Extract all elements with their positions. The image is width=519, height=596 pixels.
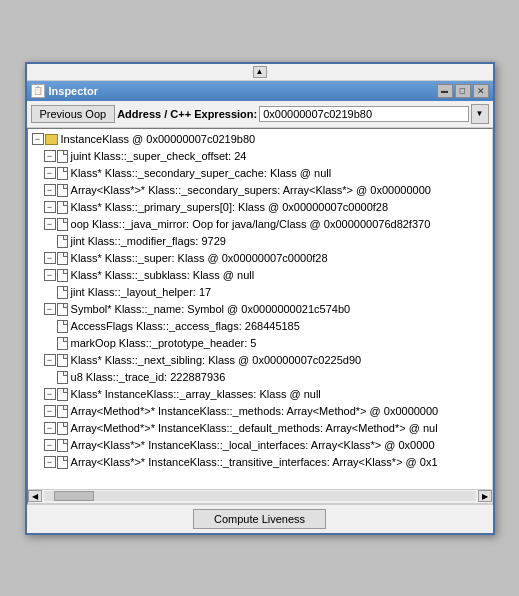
- inspector-icon: 📋: [31, 84, 45, 98]
- expand-icon[interactable]: −: [44, 269, 56, 281]
- item-text: Array<Klass*>* InstanceKlass::_transitiv…: [71, 455, 438, 470]
- expand-icon[interactable]: −: [44, 303, 56, 315]
- file-icon: [57, 388, 68, 401]
- list-item[interactable]: − Klass* Klass::_super: Klass @ 0x000000…: [28, 250, 492, 267]
- file-icon: [57, 439, 68, 452]
- file-icon: [57, 167, 68, 180]
- item-text: oop Klass::_java_mirror: Oop for java/la…: [71, 217, 431, 232]
- address-input[interactable]: [259, 106, 468, 122]
- list-item[interactable]: − Array<Klass*>* InstanceKlass::_transit…: [28, 454, 492, 471]
- file-icon: [57, 252, 68, 265]
- list-item[interactable]: − Klass* Klass::_subklass: Klass @ null: [28, 267, 492, 284]
- inspector-window: ▲ 📋 Inspector ▬ ◻ ✕ Previous Oop Address…: [25, 62, 495, 535]
- list-item[interactable]: AccessFlags Klass::_access_flags: 268445…: [28, 318, 492, 335]
- scroll-right-btn[interactable]: ▶: [478, 490, 492, 502]
- footer: Compute Liveness: [27, 504, 493, 533]
- title-bar-controls: ▬ ◻ ✕: [437, 84, 489, 98]
- scroll-track-h[interactable]: [44, 491, 476, 501]
- horizontal-scrollbar[interactable]: ◀ ▶: [28, 489, 492, 503]
- window-title: Inspector: [49, 85, 99, 97]
- file-icon: [57, 269, 68, 282]
- tree-root-item[interactable]: − InstanceKlass @ 0x00000007c0219b80: [28, 131, 492, 148]
- list-item[interactable]: − oop Klass::_java_mirror: Oop for java/…: [28, 216, 492, 233]
- title-bar-left: 📋 Inspector: [31, 84, 99, 98]
- list-item[interactable]: − juint Klass::_super_check_offset: 24: [28, 148, 492, 165]
- scroll-thumb-h[interactable]: [54, 491, 94, 501]
- list-item[interactable]: − Array<Method*>* InstanceKlass::_defaul…: [28, 420, 492, 437]
- address-dropdown[interactable]: ▼: [471, 104, 489, 124]
- file-icon: [57, 201, 68, 214]
- tree-view[interactable]: − InstanceKlass @ 0x00000007c0219b80 − j…: [28, 129, 492, 489]
- list-item[interactable]: − Symbol* Klass::_name: Symbol @ 0x00000…: [28, 301, 492, 318]
- file-icon: [57, 405, 68, 418]
- file-icon: [57, 456, 68, 469]
- item-text: Klass* Klass::_super: Klass @ 0x00000007…: [71, 251, 328, 266]
- file-icon: [57, 150, 68, 163]
- address-label: Address / C++ Expression:: [117, 108, 257, 120]
- expand-icon[interactable]: −: [44, 422, 56, 434]
- list-item[interactable]: − Klass* Klass::_secondary_super_cache: …: [28, 165, 492, 182]
- expand-icon: [44, 320, 56, 332]
- expand-icon: [44, 371, 56, 383]
- top-scroll-area: ▲: [27, 64, 493, 81]
- prev-oop-button[interactable]: Previous Oop: [31, 105, 116, 123]
- list-item[interactable]: markOop Klass::_prototype_header: 5: [28, 335, 492, 352]
- item-text: juint Klass::_super_check_offset: 24: [71, 149, 247, 164]
- file-icon: [57, 303, 68, 316]
- list-item[interactable]: jint Klass::_modifier_flags: 9729: [28, 233, 492, 250]
- title-bar: 📋 Inspector ▬ ◻ ✕: [27, 81, 493, 101]
- expand-icon: [44, 235, 56, 247]
- item-text: Klass* Klass::_subklass: Klass @ null: [71, 268, 255, 283]
- expand-icon[interactable]: −: [44, 150, 56, 162]
- toolbar: Previous Oop Address / C++ Expression: ▼: [27, 101, 493, 128]
- expand-icon[interactable]: −: [44, 218, 56, 230]
- root-folder-icon: [45, 134, 58, 145]
- close-button[interactable]: ✕: [473, 84, 489, 98]
- expand-icon: [44, 286, 56, 298]
- file-icon: [57, 422, 68, 435]
- minimize-button[interactable]: ▬: [437, 84, 453, 98]
- item-text: Symbol* Klass::_name: Symbol @ 0x0000000…: [71, 302, 351, 317]
- file-icon: [57, 371, 68, 384]
- file-icon: [57, 337, 68, 350]
- item-text: Array<Method*>* InstanceKlass::_methods:…: [71, 404, 439, 419]
- expand-icon[interactable]: −: [44, 184, 56, 196]
- item-text: Array<Method*>* InstanceKlass::_default_…: [71, 421, 438, 436]
- list-item[interactable]: − Klass* Klass::_next_sibling: Klass @ 0…: [28, 352, 492, 369]
- expand-icon[interactable]: −: [44, 439, 56, 451]
- expand-icon[interactable]: −: [44, 456, 56, 468]
- list-item[interactable]: − Array<Method*>* InstanceKlass::_method…: [28, 403, 492, 420]
- item-text: AccessFlags Klass::_access_flags: 268445…: [71, 319, 300, 334]
- root-text: InstanceKlass @ 0x00000007c0219b80: [61, 132, 256, 147]
- expand-icon[interactable]: −: [44, 405, 56, 417]
- compute-liveness-button[interactable]: Compute Liveness: [193, 509, 326, 529]
- expand-icon[interactable]: −: [44, 354, 56, 366]
- expand-icon[interactable]: −: [44, 252, 56, 264]
- file-icon: [57, 218, 68, 231]
- list-item[interactable]: − Array<Klass*>* Klass::_secondary_super…: [28, 182, 492, 199]
- expand-icon[interactable]: −: [44, 167, 56, 179]
- list-item[interactable]: − Klass* Klass::_primary_supers[0]: Klas…: [28, 199, 492, 216]
- item-text: Array<Klass*>* Klass::_secondary_supers:…: [71, 183, 431, 198]
- file-icon: [57, 184, 68, 197]
- list-item[interactable]: − Array<Klass*>* InstanceKlass::_local_i…: [28, 437, 492, 454]
- item-text: Klass* Klass::_secondary_super_cache: Kl…: [71, 166, 332, 181]
- file-icon: [57, 320, 68, 333]
- file-icon: [57, 286, 68, 299]
- expand-icon[interactable]: −: [44, 201, 56, 213]
- scroll-left-btn[interactable]: ◀: [28, 490, 42, 502]
- list-item[interactable]: u8 Klass::_trace_id: 222887936: [28, 369, 492, 386]
- item-text: Klass* InstanceKlass::_array_klasses: Kl…: [71, 387, 321, 402]
- item-text: Klass* Klass::_primary_supers[0]: Klass …: [71, 200, 389, 215]
- expand-icon[interactable]: −: [44, 388, 56, 400]
- content-area: − InstanceKlass @ 0x00000007c0219b80 − j…: [27, 128, 493, 504]
- item-text: Array<Klass*>* InstanceKlass::_local_int…: [71, 438, 435, 453]
- list-item[interactable]: jint Klass::_layout_helper: 17: [28, 284, 492, 301]
- item-text: jint Klass::_layout_helper: 17: [71, 285, 212, 300]
- top-scroll-up-btn[interactable]: ▲: [253, 66, 267, 78]
- root-expand-icon[interactable]: −: [32, 133, 44, 145]
- file-icon: [57, 354, 68, 367]
- file-icon: [57, 235, 68, 248]
- list-item[interactable]: − Klass* InstanceKlass::_array_klasses: …: [28, 386, 492, 403]
- maximize-button[interactable]: ◻: [455, 84, 471, 98]
